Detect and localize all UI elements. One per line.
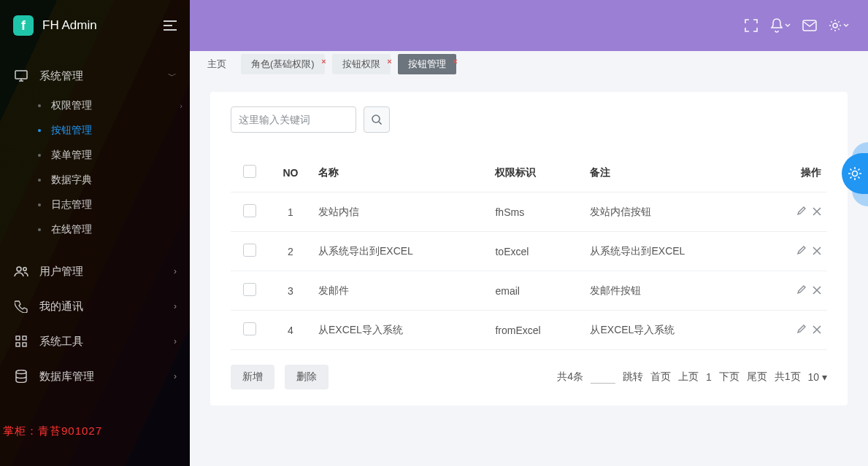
pager-jump[interactable]: 跳转: [623, 370, 643, 384]
cell-name: 发邮件: [312, 271, 489, 311]
tab-btn-perm[interactable]: 按钮权限×: [332, 54, 391, 74]
close-icon[interactable]: ×: [387, 51, 391, 71]
tab-label: 主页: [207, 58, 226, 69]
nav-sub-item-button-mgmt[interactable]: 按钮管理: [26, 118, 190, 143]
nav-sub-item-dict[interactable]: 数据字典: [26, 168, 190, 193]
nav-sub-label: 在线管理: [51, 223, 92, 236]
col-name: 名称: [312, 153, 489, 193]
nav-item-db[interactable]: 数据库管理 ›: [0, 359, 190, 394]
nav-sub-item-online[interactable]: 在线管理: [26, 217, 190, 242]
nav-sub-item-menu[interactable]: 菜单管理: [26, 143, 190, 168]
cell-no: 3: [269, 271, 312, 311]
row-checkbox[interactable]: [243, 283, 256, 296]
nav-sub-system: 权限管理› 按钮管理 菜单管理 数据字典 日志管理 在线管理: [0, 93, 190, 242]
bullet-icon: [38, 154, 41, 157]
svg-point-1: [17, 267, 21, 271]
cell-no: 2: [269, 232, 312, 271]
nav-sub-item-log[interactable]: 日志管理: [26, 193, 190, 217]
main: NO 名称 权限标识 备注 操作 1发站内信fhSms发站内信按钮2从系统导出到…: [190, 77, 868, 466]
row-checkbox[interactable]: [243, 322, 256, 335]
messages-button[interactable]: [795, 11, 824, 40]
col-code: 权限标识: [489, 153, 584, 193]
nav-sub-label: 按钮管理: [51, 124, 92, 137]
cell-code: fhSms: [489, 193, 584, 232]
pager-prev[interactable]: 上页: [678, 370, 699, 384]
delete-row-button[interactable]: [813, 246, 821, 255]
svg-rect-3: [16, 336, 20, 340]
brand: f FH Admin: [0, 0, 190, 51]
tabs: 主页 角色(基础权限)× 按钮权限× 按钮管理×: [190, 51, 868, 77]
nav-item-users[interactable]: 用户管理 ›: [0, 254, 190, 289]
cell-remark: 发邮件按钮: [584, 271, 761, 311]
col-ops: 操作: [761, 153, 827, 193]
edit-button[interactable]: [796, 284, 807, 295]
nav-label: 系统管理: [39, 69, 168, 83]
search-input[interactable]: [231, 106, 356, 133]
gear-icon: [829, 19, 842, 32]
tab-home[interactable]: 主页: [200, 54, 234, 74]
cell-ops: [761, 232, 827, 271]
svg-point-2: [23, 268, 26, 271]
cell-code: email: [489, 271, 584, 311]
search-button[interactable]: [364, 106, 390, 133]
pager-current: 1: [706, 371, 712, 383]
close-icon: [813, 246, 821, 255]
nav-sub-item-permissions[interactable]: 权限管理›: [26, 93, 190, 118]
sidebar-toggle[interactable]: [164, 20, 177, 31]
searchbar: [231, 106, 827, 133]
pager-pages: 共1页: [775, 370, 801, 384]
notifications-button[interactable]: [766, 11, 795, 40]
fullscreen-button[interactable]: [737, 11, 766, 40]
close-icon[interactable]: ×: [453, 51, 457, 71]
pager-jump-input[interactable]: [591, 371, 615, 384]
cell-name: 从EXCEL导入系统: [312, 311, 489, 350]
nav-item-system[interactable]: 系统管理 ﹀: [0, 58, 190, 93]
pager-pagesize[interactable]: 10 ▾: [808, 371, 827, 383]
col-remark: 备注: [584, 153, 761, 193]
cell-ops: [761, 311, 827, 350]
nav-item-comm[interactable]: 我的通讯 ›: [0, 289, 190, 324]
nav: 系统管理 ﹀ 权限管理› 按钮管理 菜单管理 数据字典 日志管理 在线管理 用户…: [0, 58, 190, 394]
chevron-down-icon: ﹀: [168, 70, 177, 82]
mail-icon: [802, 20, 817, 31]
chevron-right-icon: ›: [174, 301, 177, 311]
header: [190, 0, 868, 51]
delete-row-button[interactable]: [813, 286, 821, 295]
table-header-row: NO 名称 权限标识 备注 操作: [231, 153, 827, 193]
delete-row-button[interactable]: [813, 207, 821, 216]
cell-name: 发站内信: [312, 193, 489, 232]
select-all-checkbox[interactable]: [243, 165, 256, 178]
tab-role[interactable]: 角色(基础权限)×: [241, 54, 325, 74]
phone-icon: [13, 300, 29, 313]
tab-btn-mgmt[interactable]: 按钮管理×: [398, 54, 456, 74]
edit-button[interactable]: [796, 324, 807, 334]
cell-remark: 从EXCEL导入系统: [584, 311, 761, 350]
cell-code: toExcel: [489, 232, 584, 271]
edit-button[interactable]: [796, 245, 807, 255]
pager-next[interactable]: 下页: [719, 370, 740, 384]
cell-remark: 从系统导出到EXCEL: [584, 232, 761, 271]
nav-sub-label: 数据字典: [51, 174, 92, 187]
row-checkbox[interactable]: [243, 244, 256, 257]
svg-point-10: [372, 115, 380, 123]
settings-button[interactable]: [824, 11, 853, 40]
col-no: NO: [269, 153, 312, 193]
cell-remark: 发站内信按钮: [584, 193, 761, 232]
edit-button[interactable]: [796, 206, 807, 216]
pager: 共4条 跳转 首页 上页 1 下页 尾页 共1页 10 ▾: [557, 370, 827, 384]
pencil-icon: [796, 324, 807, 334]
svg-point-11: [853, 171, 858, 176]
svg-rect-8: [803, 20, 816, 31]
monitor-icon: [13, 70, 29, 82]
svg-rect-4: [23, 336, 26, 340]
chevron-right-icon: ›: [174, 266, 177, 276]
cell-ops: [761, 193, 827, 232]
delete-button[interactable]: 删除: [285, 365, 329, 389]
pager-first[interactable]: 首页: [650, 370, 671, 384]
add-button[interactable]: 新增: [231, 365, 274, 389]
delete-row-button[interactable]: [813, 325, 821, 334]
row-checkbox[interactable]: [243, 204, 256, 217]
pager-last[interactable]: 尾页: [747, 370, 767, 384]
nav-item-tools[interactable]: 系统工具 ›: [0, 324, 190, 359]
close-icon[interactable]: ×: [321, 51, 326, 71]
